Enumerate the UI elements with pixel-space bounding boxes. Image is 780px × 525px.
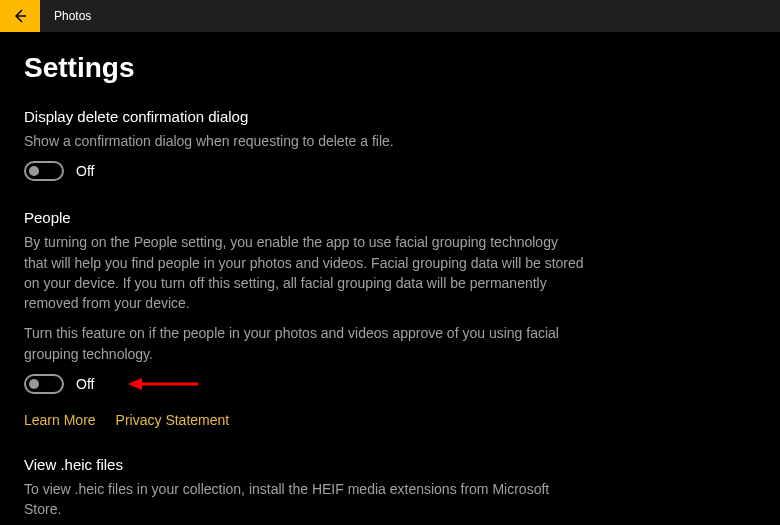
delete-confirm-desc: Show a confirmation dialog when requesti… <box>24 131 584 151</box>
heic-heading: View .heic files <box>24 456 584 473</box>
titlebar: Photos <box>0 0 780 32</box>
privacy-statement-link[interactable]: Privacy Statement <box>116 412 230 428</box>
page-title: Settings <box>24 52 756 84</box>
people-toggle-row: Off <box>24 374 584 394</box>
heic-desc: To view .heic files in your collection, … <box>24 479 584 520</box>
app-title: Photos <box>54 9 91 23</box>
people-desc-2: Turn this feature on if the people in yo… <box>24 323 584 364</box>
settings-content: Settings Display delete confirmation dia… <box>0 32 780 525</box>
back-button[interactable] <box>0 0 40 32</box>
people-heading: People <box>24 209 584 226</box>
section-heic: View .heic files To view .heic files in … <box>24 456 584 525</box>
people-toggle[interactable] <box>24 374 64 394</box>
annotation-arrow <box>128 374 198 394</box>
section-people: People By turning on the People setting,… <box>24 209 584 428</box>
arrow-left-icon <box>12 8 28 24</box>
delete-confirm-toggle-label: Off <box>76 163 94 179</box>
svg-marker-2 <box>128 378 142 390</box>
learn-more-link[interactable]: Learn More <box>24 412 96 428</box>
people-desc-1: By turning on the People setting, you en… <box>24 232 584 313</box>
delete-confirm-toggle-row: Off <box>24 161 584 181</box>
delete-confirm-toggle[interactable] <box>24 161 64 181</box>
people-links: Learn More Privacy Statement <box>24 412 584 428</box>
section-delete-confirm: Display delete confirmation dialog Show … <box>24 108 584 181</box>
people-toggle-label: Off <box>76 376 94 392</box>
delete-confirm-heading: Display delete confirmation dialog <box>24 108 584 125</box>
